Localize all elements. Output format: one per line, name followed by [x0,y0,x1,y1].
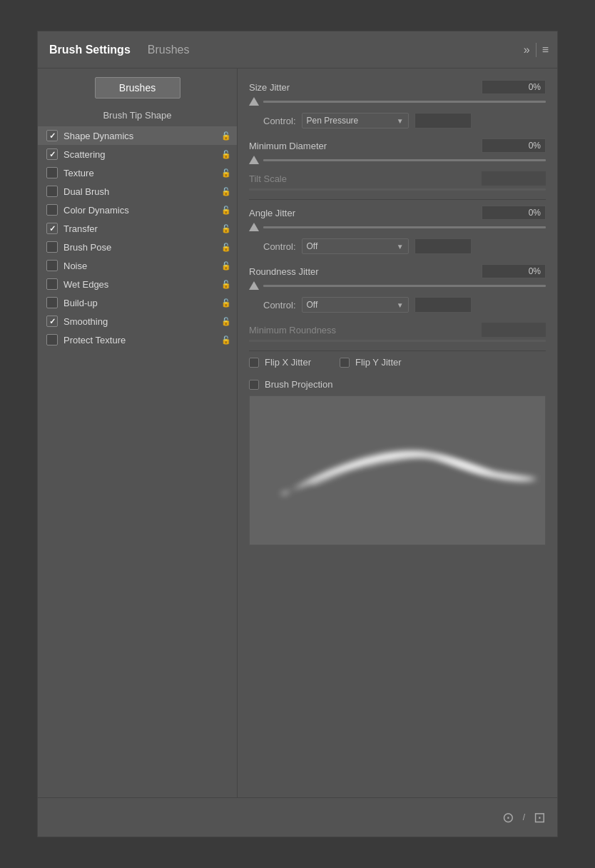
brush-stroke-svg [250,396,545,545]
angle-jitter-arrow [249,223,259,231]
forward-icon[interactable]: » [524,44,530,56]
panel-body: Brushes Brush Tip Shape Shape Dynamics🔓S… [38,69,557,797]
size-jitter-track[interactable] [263,101,546,103]
brush-pose-checkbox[interactable] [46,241,58,253]
brush-pose-label: Brush Pose [63,242,215,253]
sidebar-item-dual-brush[interactable]: Dual Brush🔓 [38,182,237,201]
sidebar-section-label: Brush Tip Shape [38,107,237,126]
eye-icon[interactable]: ⊙ [502,809,514,826]
sidebar-item-protect-texture[interactable]: Protect Texture🔓 [38,330,237,349]
noise-lock-icon: 🔓 [221,261,231,271]
brush-pose-lock-icon: 🔓 [221,243,231,252]
smoothing-label: Smoothing [63,316,215,327]
brush-projection-label: Brush Projection [265,379,332,390]
angle-control-value-field[interactable] [415,238,472,254]
smoothing-checkbox[interactable] [46,316,58,327]
size-jitter-slider-row [249,97,546,106]
noise-label: Noise [63,261,215,271]
sidebar-items-container: Shape Dynamics🔓Scattering🔓Texture🔓Dual B… [38,126,237,349]
roundness-jitter-slider-row [249,281,546,290]
noise-checkbox[interactable] [46,260,58,271]
angle-control-off-label: Off [307,241,318,251]
shape-dynamics-label: Shape Dynamics [63,131,215,141]
flip-y-label: Flip Y Jitter [355,357,402,368]
min-diameter-input[interactable] [482,138,546,153]
flip-x-checkbox[interactable] [249,358,259,368]
tab-brush-settings[interactable]: Brush Settings [46,38,133,62]
roundness-jitter-input[interactable] [482,264,546,278]
brush-stroke-path [280,451,537,495]
scattering-lock-icon: 🔓 [221,150,231,159]
color-dynamics-checkbox[interactable] [46,204,58,216]
angle-jitter-track[interactable] [263,226,546,228]
flip-x-label: Flip X Jitter [265,357,311,368]
sidebar-item-noise[interactable]: Noise🔓 [38,256,237,275]
min-roundness-track[interactable] [249,340,546,342]
texture-label: Texture [63,168,215,178]
min-diameter-track[interactable] [263,159,546,161]
transfer-lock-icon: 🔓 [221,224,231,233]
panel-footer: ⊙ / ⊡ [38,797,557,837]
roundness-jitter-row: Roundness Jitter [249,264,546,278]
sidebar-item-brush-pose[interactable]: Brush Pose🔓 [38,238,237,256]
pen-pressure-dropdown[interactable]: Pen Pressure ▼ [302,113,409,128]
sidebar-item-shape-dynamics[interactable]: Shape Dynamics🔓 [38,126,237,145]
sidebar-item-texture[interactable]: Texture🔓 [38,163,237,182]
sidebar-item-build-up[interactable]: Build-up🔓 [38,293,237,312]
shape-dynamics-checkbox[interactable] [46,130,58,141]
wet-edges-checkbox[interactable] [46,278,58,290]
build-up-checkbox[interactable] [46,297,58,308]
roundness-control-value-field[interactable] [415,297,472,313]
smoothing-lock-icon: 🔓 [221,317,231,326]
roundness-jitter-track[interactable] [263,285,546,287]
tilt-scale-track[interactable] [249,188,546,191]
menu-icon[interactable]: ≡ [542,44,549,56]
flip-y-checkbox[interactable] [340,358,350,368]
tilt-scale-label: Tilt Scale [249,173,482,184]
size-jitter-row: Size Jitter [249,80,546,94]
color-dynamics-lock-icon: 🔓 [221,206,231,215]
brush-preview [249,395,546,545]
angle-jitter-input[interactable] [482,206,546,220]
sidebar-item-color-dynamics[interactable]: Color Dynamics🔓 [38,201,237,219]
transfer-checkbox[interactable] [46,223,58,234]
brush-settings-panel: Brush Settings Brushes » ≡ Brushes Brush… [37,31,558,837]
dual-brush-lock-icon: 🔓 [221,187,231,196]
sidebar-item-wet-edges[interactable]: Wet Edges🔓 [38,275,237,293]
min-roundness-input[interactable] [482,323,546,337]
sidebar-item-scattering[interactable]: Scattering🔓 [38,145,237,163]
wet-edges-label: Wet Edges [63,279,215,290]
angle-control-dropdown[interactable]: Off ▼ [302,238,409,254]
canvas-icon[interactable]: ⊡ [534,809,546,826]
min-roundness-label: Minimum Roundness [249,325,482,335]
texture-lock-icon: 🔓 [221,168,231,178]
scattering-checkbox[interactable] [46,148,58,160]
control-label-2: Control: [263,241,296,252]
size-jitter-input[interactable] [482,80,546,94]
tab-brushes[interactable]: Brushes [139,38,198,62]
dual-brush-checkbox[interactable] [46,186,58,197]
size-jitter-arrow [249,97,259,106]
shape-dynamics-lock-icon: 🔓 [221,131,231,141]
tilt-scale-input[interactable] [482,171,546,186]
header-divider [536,43,536,57]
roundness-control-off-label: Off [307,300,318,310]
wet-edges-lock-icon: 🔓 [221,280,231,289]
angle-jitter-row: Angle Jitter [249,206,546,220]
right-panel: Size Jitter Control: Pen Pressure ▼ [238,69,557,797]
brush-projection-checkbox[interactable] [249,380,259,390]
pen-pressure-value-field[interactable] [415,113,472,128]
roundness-control-dropdown[interactable]: Off ▼ [302,297,409,313]
brushes-button[interactable]: Brushes [95,77,180,99]
texture-checkbox[interactable] [46,167,58,178]
eye-slash: / [523,812,525,822]
min-diameter-row: Minimum Diameter [249,138,546,153]
sidebar-item-smoothing[interactable]: Smoothing🔓 [38,312,237,330]
build-up-label: Build-up [63,298,215,308]
sidebar-item-transfer[interactable]: Transfer🔓 [38,219,237,238]
section-divider-2 [249,350,546,351]
build-up-lock-icon: 🔓 [221,298,231,308]
tilt-scale-slider-row [249,188,546,191]
flip-y-row: Flip Y Jitter [340,357,402,368]
protect-texture-checkbox[interactable] [46,334,58,345]
